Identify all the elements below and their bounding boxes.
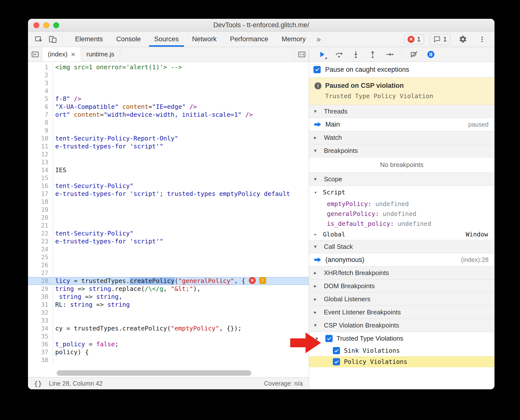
error-badge[interactable]: ✕ 1 [404, 34, 424, 45]
open-drawer-icon[interactable] [294, 47, 309, 62]
code-text[interactable]: ort" content="width=device-width, initia… [53, 111, 309, 119]
section-csp-violation-breakpoints[interactable]: ▾ CSP Violation Breakpoints [309, 319, 494, 332]
code-text[interactable]: cy = trustedTypes.createPolicy("emptyPol… [53, 325, 309, 332]
line-number[interactable]: 30 [28, 293, 53, 301]
scope-property[interactable]: is_default_policy: undefined [309, 219, 494, 229]
line-number[interactable]: 9 [28, 127, 53, 135]
line-number[interactable]: 23 [28, 237, 53, 245]
pause-on-caught-row[interactable]: Pause on caught exceptions [309, 62, 494, 77]
code-text[interactable] [53, 269, 309, 277]
code-text[interactable]: e-trusted-types-for 'script'" [53, 142, 309, 150]
line-number[interactable]: 34 [28, 325, 53, 332]
code-text[interactable] [53, 174, 309, 182]
code-text[interactable]: string => string, [53, 293, 309, 301]
settings-gear-icon[interactable] [456, 35, 470, 43]
line-number[interactable]: 2 [28, 71, 53, 79]
code-text[interactable]: tent-Security-Policy" [53, 230, 309, 237]
trusted-type-violations-row[interactable]: ▾ Trusted Type Violations [309, 332, 494, 345]
line-number[interactable]: 35 [28, 332, 53, 340]
line-number[interactable]: 24 [28, 245, 53, 253]
line-number[interactable]: 7 [28, 111, 53, 119]
line-number[interactable]: 27 [28, 269, 53, 277]
file-tab-index[interactable]: (index) × [42, 47, 81, 62]
policy-violations-row[interactable]: Policy Violations [309, 356, 494, 367]
code-text[interactable]: e-trusted-types-for 'script'; trusted-ty… [53, 190, 309, 198]
line-number[interactable]: 6 [28, 103, 53, 111]
code-text[interactable]: <img src=1 onerror='alert(1)'> --> [53, 63, 309, 71]
code-text[interactable] [53, 317, 309, 325]
code-text[interactable] [53, 309, 309, 317]
line-number[interactable]: 8 [28, 119, 53, 127]
code-editor[interactable]: 1<img src=1 onerror='alert(1)'> -->2345f… [28, 62, 309, 377]
step-into-icon[interactable] [351, 50, 361, 59]
pause-on-exceptions-icon[interactable] [426, 50, 436, 59]
code-text[interactable]: tent-Security-Policy-Report-Only" [53, 135, 309, 142]
tab-elements[interactable]: Elements [68, 32, 110, 47]
line-number[interactable]: 13 [28, 158, 53, 166]
code-text[interactable]: "X-UA-Compatible" content="IE=edge" /> [53, 103, 309, 111]
scope-global-node[interactable]: ▸ Global Window [309, 229, 494, 240]
step-out-icon[interactable] [368, 50, 377, 59]
line-number[interactable]: 22 [28, 230, 53, 237]
line-number[interactable]: 11 [28, 142, 53, 150]
line-number[interactable]: 29 [28, 285, 53, 293]
call-stack-frame[interactable]: (anonymous) (index):28 [309, 253, 494, 266]
sink-violations-row[interactable]: Sink Violations [309, 345, 494, 356]
device-toolbar-icon[interactable] [46, 32, 60, 47]
code-text[interactable]: RL: string => string [53, 301, 309, 309]
file-tab-runtime[interactable]: runtime.js [81, 47, 120, 62]
section-watch[interactable]: ▸ Watch [309, 131, 494, 144]
section-call-stack[interactable]: ▾ Call Stack [309, 240, 494, 253]
code-text[interactable] [53, 332, 309, 340]
line-number[interactable]: 15 [28, 174, 53, 182]
code-text[interactable] [53, 222, 309, 230]
code-text[interactable] [53, 71, 309, 79]
pause-on-caught-checkbox[interactable] [313, 66, 321, 73]
code-text[interactable] [53, 356, 309, 364]
minimize-window-button[interactable] [43, 22, 49, 28]
line-number[interactable]: 19 [28, 206, 53, 214]
code-text[interactable] [53, 214, 309, 222]
more-tabs-icon[interactable]: » [312, 32, 325, 47]
line-number[interactable]: 25 [28, 253, 53, 261]
message-badge[interactable]: 1 [430, 34, 450, 45]
tab-sources[interactable]: Sources [148, 32, 185, 47]
section-global-listeners[interactable]: ▸ Global Listeners [309, 293, 494, 306]
line-number[interactable]: 38 [28, 356, 53, 364]
code-text[interactable] [53, 206, 309, 214]
policy-violations-checkbox[interactable] [333, 358, 340, 365]
line-number[interactable]: 17 [28, 190, 53, 198]
line-number[interactable]: 3 [28, 79, 53, 87]
code-text[interactable]: tent-Security-Policy" [53, 182, 309, 190]
section-breakpoints[interactable]: ▾ Breakpoints [309, 144, 494, 157]
line-number[interactable]: 20 [28, 214, 53, 222]
line-number[interactable]: 36 [28, 340, 53, 348]
trusted-type-violations-checkbox[interactable] [325, 335, 333, 342]
code-text[interactable] [53, 79, 309, 87]
tab-memory[interactable]: Memory [275, 32, 312, 47]
more-menu-icon[interactable] [475, 36, 489, 43]
section-event-listener-breakpoints[interactable]: ▸ Event Listener Breakpoints [309, 306, 494, 319]
code-text[interactable] [53, 245, 309, 253]
step-over-icon[interactable] [334, 50, 344, 59]
deactivate-breakpoints-icon[interactable] [409, 50, 419, 59]
thread-main-row[interactable]: Main paused [309, 118, 494, 131]
resume-icon[interactable] [317, 50, 327, 59]
code-text[interactable]: e-trusted-types-for 'script'" [53, 237, 309, 245]
section-xhr-breakpoints[interactable]: ▸ XHR/fetch Breakpoints [309, 266, 494, 280]
line-number[interactable]: 4 [28, 87, 53, 95]
code-text[interactable]: f-8" /> [53, 95, 309, 103]
line-number[interactable]: 12 [28, 150, 53, 158]
line-number[interactable]: 33 [28, 317, 53, 325]
code-text[interactable] [53, 261, 309, 269]
line-number[interactable]: 26 [28, 261, 53, 269]
code-text[interactable]: t_policy = false; [53, 340, 309, 348]
tab-console[interactable]: Console [110, 32, 148, 47]
section-threads[interactable]: ▾ Threads [309, 105, 494, 118]
code-text[interactable] [53, 127, 309, 135]
line-number[interactable]: 32 [28, 309, 53, 317]
code-text[interactable]: policy) { [53, 348, 309, 356]
line-number[interactable]: 28 [28, 277, 53, 285]
code-text[interactable] [53, 198, 309, 206]
code-text[interactable]: licy = trustedTypes.createPolicy("genera… [53, 277, 309, 285]
